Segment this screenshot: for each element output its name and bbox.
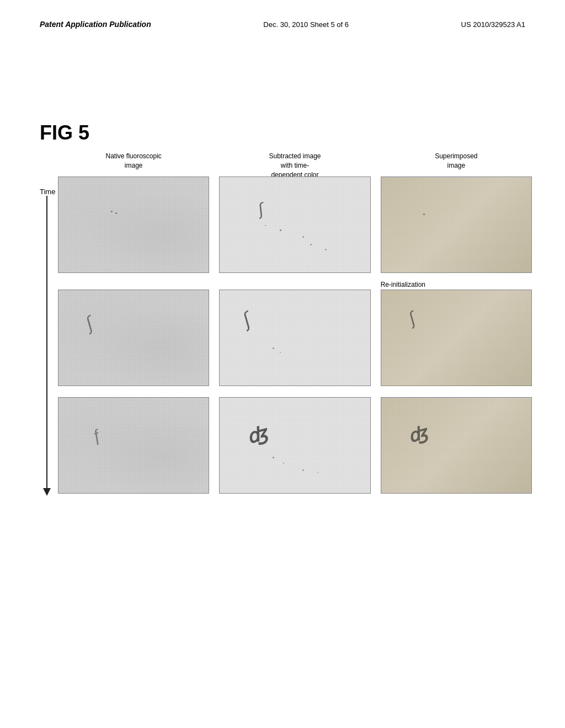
time-arrow (43, 196, 51, 496)
grid-row-3: ƒ ʤ ʤ (58, 397, 532, 494)
cell-r1-c3: Re-initialization (381, 176, 532, 273)
image-r3-c2: ʤ (219, 397, 370, 494)
cell-r1-c2: ʃ (219, 176, 370, 273)
image-r1-c2: ʃ (219, 176, 370, 273)
dots-r1c1 (58, 177, 209, 272)
image-r3-c1: ƒ (58, 397, 209, 494)
pattern-r2c3 (381, 290, 531, 386)
publication-label: Patent Application Publication (40, 20, 151, 29)
image-r2-c2: ʃ (219, 290, 370, 386)
cell-r2-c1: ʃ (58, 290, 209, 386)
grid-row-1: ʃ Re-initialization (58, 176, 532, 273)
noise-r2c1 (58, 290, 209, 386)
col1-header-text: Native fluoroscopicimage (105, 152, 161, 169)
pattern-r1c2 (220, 177, 370, 272)
reinit-label: Re-initialization (381, 281, 532, 288)
cell-r2-c2: ʃ (219, 290, 370, 386)
noise-r3c1 (58, 398, 209, 493)
arrow-line (46, 196, 47, 488)
cell-r1-c1 (58, 176, 209, 273)
figure-title: FIG 5 (40, 121, 89, 144)
cell-r3-c1: ƒ (58, 397, 209, 494)
page-header: Patent Application Publication Dec. 30, … (40, 20, 525, 29)
image-grid: ʃ Re-initialization (58, 176, 532, 494)
grid-row-2: ʃ ʃ ʃ (58, 290, 532, 386)
page: Patent Application Publication Dec. 30, … (0, 0, 565, 728)
date-sheet-label: Dec. 30, 2010 Sheet 5 of 6 (263, 20, 349, 29)
cell-r2-c3: ʃ (381, 290, 532, 386)
cell-r3-c3: ʤ (381, 397, 532, 494)
image-r2-c1: ʃ (58, 290, 209, 386)
patent-number-label: US 2010/329523 A1 (461, 20, 525, 29)
pattern-r1c3 (381, 177, 531, 272)
image-r2-c3: ʃ (381, 290, 532, 386)
time-label: Time (40, 188, 55, 196)
image-r1-c3 (381, 176, 532, 273)
pattern-r3c3 (381, 398, 531, 493)
image-r3-c3: ʤ (381, 397, 532, 494)
arrow-head (43, 488, 51, 496)
col3-header-text: Superimposedimage (435, 152, 477, 169)
cell-r3-c2: ʤ (219, 397, 370, 494)
pattern-r2c2 (220, 290, 370, 386)
image-r1-c1 (58, 176, 209, 273)
pattern-r3c2 (220, 398, 370, 493)
